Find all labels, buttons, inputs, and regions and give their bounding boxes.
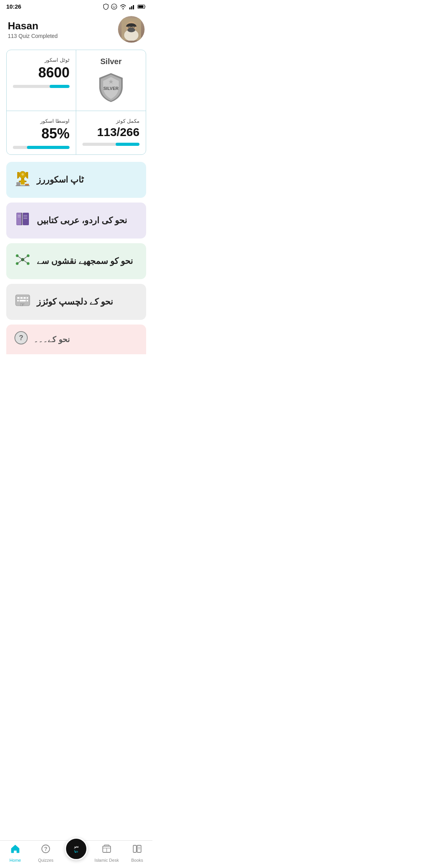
menu-item-interesting-quizzes-text: نحو کے دلچسپ کوئزز: [37, 297, 113, 307]
stat-avg-score: اوسطا اسکور 85%: [7, 111, 76, 154]
stat-total-score: ٹوٹل اسکور 8600: [7, 50, 76, 111]
svg-point-1: [113, 6, 114, 7]
silver-badge: SILVER: [97, 72, 125, 104]
signal-icon: [129, 4, 135, 9]
menu-item-diagrams[interactable]: نحو کو سمجھیے نقشوں سے: [6, 243, 146, 279]
svg-rect-47: [23, 297, 26, 299]
menu-item-diagrams-text: نحو کو سمجھیے نقشوں سے: [37, 256, 133, 266]
avg-score-progress-bar: [13, 146, 70, 149]
completed-progress-fill: [116, 143, 139, 146]
network-icon: [14, 251, 31, 271]
trophy-icon: [14, 170, 31, 190]
svg-rect-49: [17, 300, 19, 301]
avatar: [118, 16, 145, 43]
help-icon: ?: [14, 331, 28, 348]
book-icon: [14, 210, 31, 231]
completed-progress-bar: [82, 143, 139, 146]
avg-score-label: اوسطا اسکور: [13, 118, 70, 124]
svg-line-42: [17, 260, 23, 264]
stat-level: Silver SILVER: [76, 50, 146, 111]
svg-rect-5: [133, 5, 134, 9]
svg-rect-4: [131, 6, 132, 9]
completed-label: مکمل کوئز: [82, 118, 139, 124]
menu-item-books-text: نحو کی اردو، عربی کتابیں: [37, 215, 127, 226]
svg-rect-24: [21, 180, 25, 185]
quiz-icon: ☞: [14, 292, 31, 312]
status-icons: [103, 4, 146, 10]
header: Hasan 113 Quiz Completed: [0, 12, 152, 50]
battery-icon: [138, 4, 146, 9]
svg-text:☞: ☞: [20, 301, 25, 308]
svg-rect-34: [18, 217, 21, 217]
svg-line-41: [23, 256, 28, 260]
svg-rect-28: [23, 213, 29, 225]
menu-item-top-scorers-text: ٹاپ اسکوررز: [37, 175, 84, 185]
avatar-svg: [122, 18, 141, 41]
svg-rect-23: [25, 184, 29, 185]
svg-rect-3: [129, 7, 131, 9]
svg-point-0: [111, 4, 117, 9]
svg-rect-22: [16, 182, 20, 185]
svg-rect-51: [27, 300, 28, 301]
svg-point-12: [127, 28, 135, 32]
total-score-progress-bar: [13, 85, 70, 88]
svg-rect-45: [17, 297, 20, 299]
svg-rect-46: [20, 297, 23, 299]
level-label: Silver: [82, 57, 139, 66]
total-score-value: 8600: [13, 65, 70, 81]
svg-rect-32: [23, 218, 27, 219]
avg-score-progress-fill: [27, 146, 70, 149]
avg-score-value: 85%: [13, 126, 70, 142]
badge-svg: SILVER: [97, 72, 125, 104]
status-time: 10:26: [6, 3, 21, 10]
menu-section: ٹاپ اسکوررز نحو کی: [0, 162, 152, 320]
completed-value: 113/266: [82, 126, 139, 139]
header-info: Hasan 113 Quiz Completed: [8, 20, 58, 39]
badge-shield: SILVER: [97, 72, 125, 104]
svg-line-43: [23, 260, 28, 264]
menu-item-books[interactable]: نحو کی اردو، عربی کتابیں: [6, 203, 146, 239]
quiz-count: 113 Quiz Completed: [8, 33, 58, 39]
svg-rect-8: [138, 5, 143, 8]
svg-rect-25: [16, 185, 30, 186]
stats-grid: ٹوٹل اسکور 8600 Silver SILVER: [6, 50, 146, 155]
svg-line-40: [17, 256, 23, 260]
menu-item-interesting-quizzes[interactable]: نحو کے دلچسپ کوئزز ☞: [6, 284, 146, 320]
svg-rect-30: [23, 215, 27, 216]
svg-text:SILVER: SILVER: [104, 86, 119, 91]
total-score-progress-fill: [50, 85, 70, 88]
stat-completed: مکمل کوئز 113/266: [76, 111, 146, 154]
svg-point-2: [115, 6, 116, 7]
avatar-image: [118, 16, 145, 43]
menu-item-partial[interactable]: نحو کے۔۔۔ ?: [6, 325, 146, 354]
face-icon: [111, 4, 117, 10]
user-name: Hasan: [8, 20, 58, 32]
total-score-label: ٹوٹل اسکور: [13, 57, 70, 63]
svg-point-21: [21, 173, 24, 176]
menu-item-top-scorers[interactable]: ٹاپ اسکوررز: [6, 162, 146, 198]
svg-rect-27: [17, 213, 21, 225]
shield-icon: [103, 4, 109, 10]
svg-rect-31: [23, 217, 27, 217]
svg-rect-48: [27, 297, 28, 299]
svg-text:?: ?: [19, 334, 23, 342]
svg-rect-33: [18, 215, 21, 216]
wifi-icon: [120, 4, 127, 9]
svg-rect-6: [135, 4, 136, 5]
status-bar: 10:26: [0, 0, 152, 12]
menu-item-partial-text: نحو کے۔۔۔: [34, 335, 70, 344]
bottom-spacer: [0, 354, 152, 389]
